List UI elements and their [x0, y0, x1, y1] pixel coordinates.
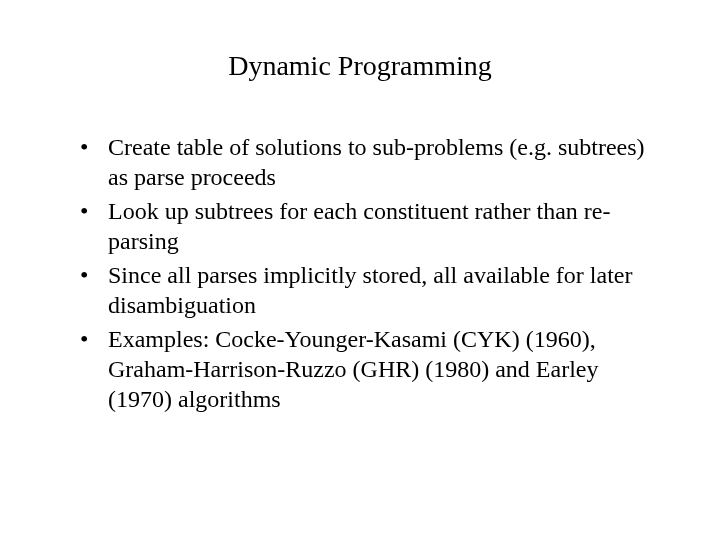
list-item: Examples: Cocke-Younger-Kasami (CYK) (19… [80, 324, 660, 414]
list-item: Since all parses implicitly stored, all … [80, 260, 660, 320]
bullet-list: Create table of solutions to sub-problem… [60, 132, 660, 414]
slide-title: Dynamic Programming [60, 50, 660, 82]
list-item: Create table of solutions to sub-problem… [80, 132, 660, 192]
list-item: Look up subtrees for each constituent ra… [80, 196, 660, 256]
slide: Dynamic Programming Create table of solu… [0, 0, 720, 540]
